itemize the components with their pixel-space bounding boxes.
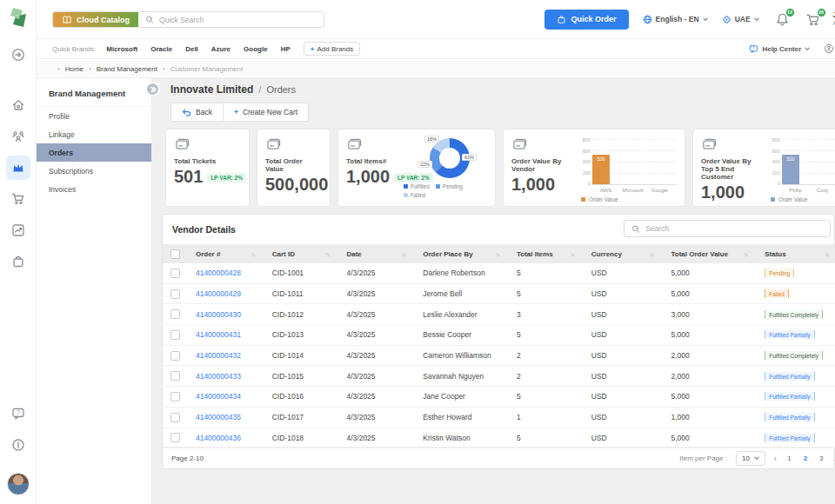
order-number-link[interactable]: 41400000435 [196, 413, 241, 421]
row-checkbox[interactable] [170, 413, 180, 422]
sort-icon[interactable]: ↑↓ [570, 251, 574, 257]
page-number[interactable]: 1 [785, 454, 792, 462]
info-icon[interactable] [6, 433, 30, 457]
user-avatar[interactable] [7, 473, 30, 495]
sort-icon[interactable]: ↑↓ [325, 251, 330, 257]
sort-icon[interactable]: ↑↓ [650, 251, 654, 257]
expand-sidebar-icon[interactable] [6, 43, 30, 67]
back-button[interactable]: Back [170, 103, 224, 122]
brand-management-icon[interactable] [6, 156, 30, 180]
prev-page-button[interactable]: ‹ [774, 454, 777, 463]
order-number-link[interactable]: 41400000434 [196, 392, 241, 401]
cart-icon[interactable] [6, 187, 30, 211]
table-row[interactable]: 41400000428 CID-1001 4/3/2025 Darlene Ro… [163, 263, 835, 284]
brand-link[interactable]: Google [244, 45, 268, 53]
table-row[interactable]: 41400000429 CID-1011 4/3/2025 Jerome Bel… [163, 284, 835, 305]
quick-search-input[interactable] [159, 16, 317, 24]
order-number-link[interactable]: 41400000433 [196, 372, 241, 381]
sidebar-item[interactable]: Subscriptions [37, 162, 151, 180]
main-content: Innovate Limited / Orders Back + Create … [152, 78, 835, 504]
column-header[interactable]: Currency ↑↓ [584, 244, 665, 263]
portal-menu[interactable]: Portal [824, 43, 835, 54]
order-number-link[interactable]: 41400000428 [196, 269, 241, 277]
notifications-button[interactable]: 12 [775, 12, 790, 27]
help-center-menu[interactable]: ! Help Center [749, 44, 810, 54]
status-badge: Fulfilled Partially [765, 434, 814, 442]
cart-id-cell: CID-1001 [265, 269, 340, 277]
sort-icon[interactable]: ↑↓ [495, 251, 499, 257]
select-all-checkbox[interactable] [170, 249, 180, 259]
sidebar-item[interactable]: Profile [37, 107, 151, 125]
chevron-down-icon [703, 17, 708, 22]
table-row[interactable]: 41400000431 CID-1013 4/3/2025 Bessie Coo… [163, 325, 835, 346]
table-row[interactable]: 41400000432 CID-1014 4/3/2025 Cameron Wi… [163, 346, 835, 367]
sort-icon[interactable]: ↑↓ [744, 251, 748, 257]
brand-link[interactable]: HP [281, 45, 291, 53]
order-number-link[interactable]: 41400000432 [196, 351, 241, 360]
date-cell: 4/3/2025 [339, 392, 416, 401]
page-number[interactable]: 2 [802, 454, 809, 462]
page-title: Innovate Limited / Orders [170, 83, 296, 96]
table-row[interactable]: 41400000435 CID-1017 4/3/2025 Esther How… [163, 408, 835, 428]
row-checkbox[interactable] [170, 392, 180, 401]
table-search-input[interactable] [645, 224, 823, 233]
cart-id-cell: CID-1012 [265, 310, 340, 319]
column-label: Date [346, 250, 361, 258]
region-selector[interactable]: UAE [722, 15, 759, 24]
table-row[interactable]: 41400000430 CID-1012 4/3/2025 Leslie Ale… [163, 304, 835, 325]
breadcrumb-item[interactable]: Customer Management [157, 65, 243, 73]
add-brands-button[interactable]: + Add Brands [304, 42, 360, 56]
breadcrumb-item[interactable]: Brand Management [84, 65, 157, 73]
search-icon [631, 224, 640, 234]
quick-order-button[interactable]: Quick Order [544, 10, 629, 30]
orders-bag-icon[interactable] [6, 249, 30, 274]
row-checkbox[interactable] [170, 351, 180, 361]
column-header[interactable]: Order Place By ↑↓ [416, 244, 510, 263]
sidebar-item[interactable]: Orders [37, 143, 151, 162]
home-icon[interactable] [6, 93, 30, 117]
row-checkbox[interactable] [170, 309, 180, 319]
breadcrumb-item[interactable]: Home [52, 65, 84, 73]
order-number-link[interactable]: 41400000431 [196, 330, 241, 339]
row-checkbox[interactable] [170, 371, 180, 381]
column-header[interactable]: Date ↑↓ [339, 244, 416, 263]
users-icon[interactable] [6, 124, 30, 149]
order-number-link[interactable]: 41400000436 [196, 434, 241, 442]
column-header[interactable]: Order # ↑↓ [189, 244, 265, 263]
page-number[interactable]: 3 [818, 454, 825, 462]
column-header[interactable]: Total Items ↑↓ [510, 244, 584, 263]
sort-icon[interactable]: ↑↓ [825, 251, 830, 257]
items-per-page-select[interactable]: 10 [736, 451, 765, 466]
row-checkbox[interactable] [170, 269, 180, 278]
order-number-link[interactable]: 41400000429 [196, 289, 241, 298]
cart-button[interactable]: 26 [805, 12, 821, 27]
column-header[interactable]: Total Order Value ↑↓ [665, 244, 758, 263]
create-new-cart-button[interactable]: + Create New Cart [224, 103, 309, 122]
sort-icon[interactable]: ↑↓ [402, 251, 406, 257]
cart-id-cell: CID-1013 [265, 330, 340, 339]
sort-icon[interactable]: ↑↓ [250, 251, 255, 257]
row-checkbox[interactable] [170, 433, 180, 442]
x-axis: AWSMicrosoftGoogle [592, 188, 677, 193]
table-row[interactable]: 41400000434 CID-1016 4/3/2025 Jane Coope… [163, 387, 835, 408]
brand-link[interactable]: Dell [185, 45, 198, 53]
brand-link[interactable]: Azure [211, 45, 230, 53]
table-row[interactable]: 41400000436 CID-1018 4/3/2025 Kristin Wa… [163, 428, 835, 449]
column-header[interactable]: Cart ID ↑↓ [265, 244, 340, 263]
feedback-icon[interactable]: ? [6, 401, 30, 426]
language-selector[interactable]: English - EN [643, 15, 708, 24]
row-checkbox[interactable] [170, 330, 180, 340]
sidebar-item[interactable]: Linkage [37, 125, 151, 143]
brand-link[interactable]: Microsoft [106, 45, 137, 53]
column-header[interactable]: Status ↑↓ [758, 244, 835, 263]
total-items-cell: 2 [510, 372, 584, 381]
analytics-icon[interactable] [6, 218, 30, 242]
collapse-panel-button[interactable] [145, 82, 160, 96]
total-items-cell: 5 [510, 289, 584, 298]
sidebar-item[interactable]: Invoices [37, 180, 151, 198]
row-checkbox[interactable] [170, 289, 180, 299]
table-row[interactable]: 41400000433 CID-1015 4/3/2025 Savannah N… [163, 366, 835, 387]
order-number-link[interactable]: 41400000430 [196, 310, 241, 319]
cloud-catalog-button[interactable]: Cloud Catalog [53, 12, 138, 27]
brand-link[interactable]: Oracle [150, 45, 172, 53]
